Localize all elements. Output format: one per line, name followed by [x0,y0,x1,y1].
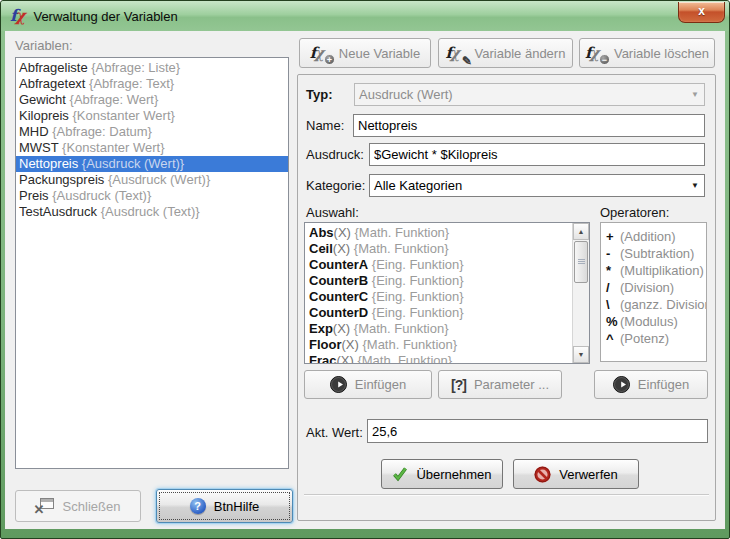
variable-list-item[interactable]: MWST {Konstanter Wert} [16,140,288,156]
operators-listbox[interactable]: +(Addition)-(Subtraktion)*(Multiplikatio… [600,222,707,362]
apply-label: Übernehmen [416,467,491,482]
variable-list-item[interactable]: Abfragetext {Abfrage: Text} [16,76,288,92]
schliessen-button[interactable]: ✕ Schließen [15,490,141,522]
help-icon: ? [190,498,206,514]
delete-variable-button[interactable]: fχ− Variable löschen [579,38,715,68]
variable-list-item[interactable]: Packungspreis {Ausdruck (Wert)} [16,172,288,188]
insert-operator-button[interactable]: Einfügen [594,370,708,399]
scroll-down-icon[interactable]: ▼ [573,346,589,363]
help-label: BtnHilfe [214,499,260,514]
function-list-item[interactable]: Ceil(X) {Math. Funktion} [305,241,572,257]
window-title: Verwaltung der Variablen [33,9,177,24]
arrow-right-icon [613,376,630,393]
variable-list-item[interactable]: Abfrageliste {Abfrage: Liste} [16,60,288,76]
insert-function-label: Einfügen [355,377,406,392]
insert-function-button[interactable]: Einfügen [304,370,432,399]
discard-button[interactable]: Verwerfen [513,459,639,489]
schliessen-label: Schließen [63,499,121,514]
chevron-down-icon: ▼ [691,91,699,99]
function-list-item[interactable]: CounterB {Eing. Funktion} [305,273,572,289]
prohibition-icon [534,466,551,483]
expression-label: Ausdruck: [306,147,364,162]
insert-operator-label: Einfügen [638,377,689,392]
variable-list-item[interactable]: Kilopreis {Konstanter Wert} [16,108,288,124]
apply-button[interactable]: Übernehmen [381,459,503,489]
fx-plus-icon: fχ+ [310,46,332,61]
functions-listbox[interactable]: Abs(X) {Math. Funktion}Ceil(X) {Math. Fu… [304,222,590,364]
operator-list-item[interactable]: -(Subtraktion) [601,245,706,262]
variable-list-item[interactable]: Gewicht {Abfrage: Wert} [16,92,288,108]
change-variable-button[interactable]: fχ✎ Variable ändern [438,38,573,68]
dialog-window: fχ Verwaltung der Variablen x Variablen:… [0,0,730,539]
variable-editor-groupbox: Typ: Ausdruck (Wert) ▼ Name: Ausdruck: K… [297,74,716,521]
check-icon [392,466,408,482]
category-value: Alle Kategorien [374,178,462,193]
window-close-icon: ✕ [36,498,54,514]
parameter-icon: [?] [451,377,466,393]
function-list-item[interactable]: CounterD {Eing. Funktion} [305,305,572,321]
function-list-item[interactable]: CounterA {Eing. Funktion} [305,257,572,273]
thumb-grip [578,259,585,260]
change-variable-label: Variable ändern [475,46,566,61]
fx-app-icon: fχ [10,8,25,24]
function-list-item[interactable]: Floor(X) {Math. Funktion} [305,337,572,353]
scroll-up-icon[interactable]: ▲ [573,223,589,240]
new-variable-button[interactable]: fχ+ Neue Variable [299,38,431,68]
functions-scrollbar[interactable]: ▲ ▼ [572,223,589,363]
function-list-item[interactable]: Exp(X) {Math. Funktion} [305,321,572,337]
dialog-client-area: Variablen: Abfrageliste {Abfrage: Liste}… [5,31,725,529]
operator-list-item[interactable]: /(Division) [601,279,706,296]
current-value-input[interactable] [367,419,708,443]
typ-dropdown: Ausdruck (Wert) ▼ [354,83,705,106]
parameter-button[interactable]: [?] Parameter ... [438,370,562,399]
current-value-label: Akt. Wert: [306,425,363,440]
category-label: Kategorie: [306,178,365,193]
scrollbar-thumb[interactable] [574,241,588,283]
close-icon[interactable]: x [678,2,725,23]
title-bar: fχ Verwaltung der Variablen [1,1,729,31]
function-list-item[interactable]: Abs(X) {Math. Funktion} [305,225,572,241]
operator-list-item[interactable]: %(Modulus) [601,313,706,330]
operator-list-item[interactable]: +(Addition) [601,228,706,245]
operator-list-item[interactable]: \(ganzz. Division) [601,296,706,313]
discard-label: Verwerfen [559,467,618,482]
functions-rows: Abs(X) {Math. Funktion}Ceil(X) {Math. Fu… [305,225,589,364]
typ-value: Ausdruck (Wert) [359,87,453,102]
typ-label: Typ: [306,87,332,102]
operator-list-item[interactable]: *(Multiplikation) [601,262,706,279]
fx-pencil-icon: fχ✎ [446,46,468,61]
variables-label: Variablen: [15,38,73,53]
function-list-item[interactable]: Frac(X) {Math. Funktion} [305,353,572,364]
help-button[interactable]: ? BtnHilfe [156,489,293,523]
arrow-right-icon [330,376,347,393]
variable-list-item[interactable]: Preis {Ausdruck (Text)} [16,188,288,204]
selection-label: Auswahl: [306,205,359,220]
parameter-label: Parameter ... [474,377,549,392]
operator-list-item[interactable]: ^(Potenz) [601,330,706,347]
variables-listbox[interactable]: Abfrageliste {Abfrage: Liste}Abfragetext… [15,57,289,469]
divider [304,494,709,495]
function-list-item[interactable]: CounterC {Eing. Funktion} [305,289,572,305]
name-input[interactable] [353,114,705,137]
name-label: Name: [306,118,344,133]
operators-label: Operatoren: [600,205,669,220]
chevron-down-icon: ▼ [691,182,699,190]
fx-minus-icon: fχ− [585,46,607,61]
expression-input[interactable] [369,143,705,166]
category-dropdown[interactable]: Alle Kategorien ▼ [369,174,705,197]
variable-list-item[interactable]: Nettopreis {Ausdruck (Wert)} [16,156,288,172]
new-variable-label: Neue Variable [339,46,420,61]
variable-list-item[interactable]: TestAusdruck {Ausdruck (Text)} [16,204,288,220]
delete-variable-label: Variable löschen [614,46,709,61]
variable-list-item[interactable]: MHD {Abfrage: Datum} [16,124,288,140]
